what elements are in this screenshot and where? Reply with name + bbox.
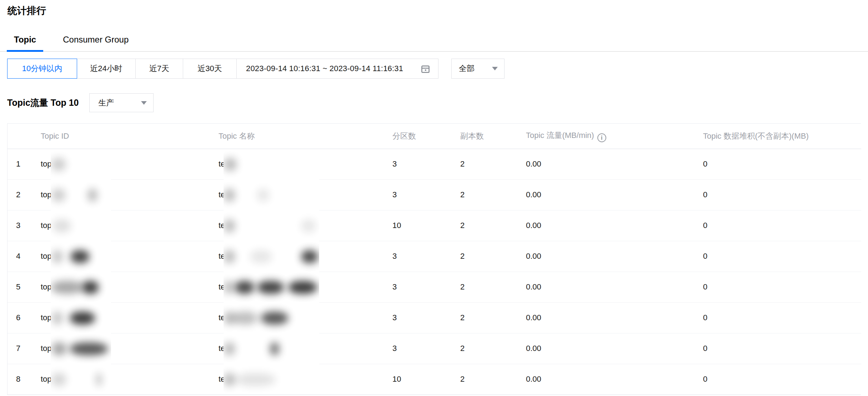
tab-bar: Topic Consumer Group bbox=[0, 34, 868, 52]
chevron-down-icon bbox=[492, 67, 498, 70]
traffic-cell: 0.00 bbox=[526, 302, 703, 333]
traffic-cell: 0.00 bbox=[526, 210, 703, 241]
redaction-blob bbox=[301, 219, 316, 232]
redaction-blob bbox=[51, 281, 83, 294]
redaction-blob bbox=[224, 158, 236, 171]
partitions-cell: 3 bbox=[392, 149, 460, 179]
backlog-cell: 0 bbox=[703, 241, 861, 272]
backlog-cell: 0 bbox=[703, 302, 861, 333]
replicas-cell: 2 bbox=[460, 179, 526, 210]
table-row: 5 top te 3 2 0.00 0 bbox=[7, 272, 861, 302]
redaction-blob bbox=[96, 373, 101, 386]
scope-select[interactable]: 全部 bbox=[451, 59, 505, 79]
partitions-cell: 3 bbox=[392, 272, 460, 302]
time-button-24h[interactable]: 近24小时 bbox=[77, 59, 136, 79]
partitions-cell: 3 bbox=[392, 333, 460, 364]
col-replicas: 副本数 bbox=[460, 124, 526, 149]
col-partitions: 分区数 bbox=[392, 124, 460, 149]
redaction-blob bbox=[70, 342, 108, 355]
info-icon[interactable]: i bbox=[597, 133, 606, 142]
redaction-blob bbox=[52, 342, 66, 355]
tab-topic[interactable]: Topic bbox=[7, 35, 43, 52]
section-title: Topic流量 Top 10 bbox=[7, 97, 79, 109]
backlog-cell: 0 bbox=[703, 333, 861, 364]
partitions-cell: 3 bbox=[392, 179, 460, 210]
col-backlog: Topic 数据堆积(不含副本)(MB) bbox=[703, 124, 861, 149]
redaction-blob bbox=[224, 250, 235, 263]
row-index: 7 bbox=[7, 333, 41, 364]
col-index bbox=[7, 124, 41, 149]
redaction-blob bbox=[224, 189, 235, 202]
redaction-blob bbox=[88, 189, 97, 202]
partitions-cell: 10 bbox=[392, 210, 460, 241]
redaction-blob bbox=[270, 342, 279, 355]
table-row: 3 top te 10 2 0.00 0 bbox=[7, 210, 861, 241]
traffic-cell: 0.00 bbox=[526, 333, 703, 364]
redaction-blob bbox=[301, 250, 318, 263]
col-topic-name: Topic 名称 bbox=[219, 124, 392, 149]
traffic-cell: 0.00 bbox=[526, 149, 703, 179]
time-button-10min[interactable]: 10分钟以内 bbox=[7, 59, 77, 79]
redaction-blob bbox=[236, 373, 275, 386]
row-index: 3 bbox=[7, 210, 41, 241]
row-index: 4 bbox=[7, 241, 41, 272]
redaction-blob bbox=[289, 281, 317, 294]
chevron-down-icon bbox=[141, 101, 147, 105]
redaction-blob bbox=[52, 312, 63, 325]
table-row: 6 top te 3 2 0.00 0 bbox=[7, 302, 861, 333]
replicas-cell: 2 bbox=[460, 210, 526, 241]
replicas-cell: 2 bbox=[460, 272, 526, 302]
redaction-blob bbox=[51, 158, 66, 171]
time-button-7d[interactable]: 近7天 bbox=[135, 59, 183, 79]
backlog-cell: 0 bbox=[703, 149, 861, 179]
backlog-cell: 0 bbox=[703, 210, 861, 241]
row-index: 6 bbox=[7, 302, 41, 333]
redaction-blob bbox=[224, 219, 235, 232]
table-row: 4 top te 3 2 0.00 0 bbox=[7, 241, 861, 272]
redaction-blob bbox=[52, 250, 63, 263]
table-header-row: Topic ID Topic 名称 分区数 副本数 Topic 流量(MB/mi… bbox=[7, 124, 861, 149]
traffic-cell: 0.00 bbox=[526, 272, 703, 302]
time-range-group: 10分钟以内 近24小时 近7天 近30天 2023-09-14 10:16:3… bbox=[7, 59, 438, 79]
redaction-blob bbox=[82, 281, 99, 294]
section-head: Topic流量 Top 10 生产 bbox=[7, 93, 868, 112]
date-range-picker[interactable]: 2023-09-14 10:16:31 ~ 2023-09-14 11:16:3… bbox=[236, 59, 438, 79]
redaction-blob bbox=[71, 250, 89, 263]
table-row: 2 top te 3 2 0.00 0 bbox=[7, 179, 861, 210]
row-index: 8 bbox=[7, 364, 41, 395]
date-range-text: 2023-09-14 10:16:31 ~ 2023-09-14 11:16:3… bbox=[246, 64, 403, 73]
redaction-blob bbox=[235, 281, 254, 294]
metric-select-value: 生产 bbox=[98, 98, 114, 108]
redaction-blob bbox=[52, 189, 65, 202]
traffic-cell: 0.00 bbox=[526, 364, 703, 395]
redaction-blob bbox=[53, 219, 71, 232]
redaction-blob bbox=[224, 342, 235, 355]
tab-consumer-group[interactable]: Consumer Group bbox=[56, 35, 136, 52]
replicas-cell: 2 bbox=[460, 241, 526, 272]
calendar-icon bbox=[421, 64, 430, 74]
redaction-blob bbox=[257, 189, 269, 202]
table-row: 8 top te 10 2 0.00 0 bbox=[7, 364, 861, 395]
time-button-30d[interactable]: 近30天 bbox=[183, 59, 237, 79]
partitions-cell: 3 bbox=[392, 302, 460, 333]
page-title: 统计排行 bbox=[7, 4, 868, 17]
replicas-cell: 2 bbox=[460, 302, 526, 333]
replicas-cell: 2 bbox=[460, 149, 526, 179]
redacted-topic-name-band bbox=[224, 149, 319, 394]
row-index: 2 bbox=[7, 179, 41, 210]
redaction-blob bbox=[257, 281, 284, 294]
partitions-cell: 3 bbox=[392, 241, 460, 272]
redaction-blob bbox=[70, 312, 95, 325]
col-traffic: Topic 流量(MB/min)i bbox=[526, 124, 703, 149]
partitions-cell: 10 bbox=[392, 364, 460, 395]
topic-ranking-table: Topic ID Topic 名称 分区数 副本数 Topic 流量(MB/mi… bbox=[7, 123, 861, 395]
redacted-topic-id-band bbox=[51, 149, 111, 394]
traffic-cell: 0.00 bbox=[526, 241, 703, 272]
traffic-cell: 0.00 bbox=[526, 179, 703, 210]
redaction-blob bbox=[232, 312, 257, 325]
filter-bar: 10分钟以内 近24小时 近7天 近30天 2023-09-14 10:16:3… bbox=[7, 59, 868, 79]
redaction-blob bbox=[52, 373, 66, 386]
replicas-cell: 2 bbox=[460, 333, 526, 364]
metric-select[interactable]: 生产 bbox=[89, 93, 154, 112]
scope-select-value: 全部 bbox=[459, 63, 475, 74]
